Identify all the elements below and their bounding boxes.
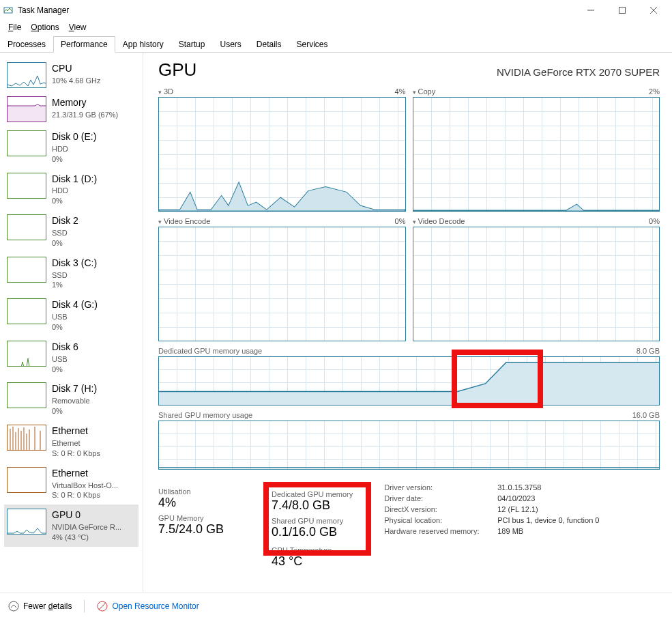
menu-file[interactable]: File <box>4 21 25 33</box>
sidebar-item-disk2[interactable]: Disk 2SSD0% <box>4 210 138 253</box>
sidebar-item-cpu[interactable]: CPU10% 4.68 GHz <box>4 58 138 92</box>
menubar: File Options View <box>0 20 672 34</box>
sidebar-item-gpu0[interactable]: GPU 0NVIDIA GeForce R...4% (43 °C) <box>4 504 138 547</box>
menu-options[interactable]: Options <box>27 21 63 33</box>
page-title: GPU <box>158 59 196 81</box>
sidebar: CPU10% 4.68 GHz Memory21.3/31.9 GB (67%)… <box>0 53 143 592</box>
svg-rect-2 <box>619 8 626 14</box>
sidebar-item-disk4[interactable]: Disk 4 (G:)USB0% <box>4 294 138 337</box>
main: GPU NVIDIA GeForce RTX 2070 SUPER 3D4% C… <box>143 53 672 592</box>
chart-video-decode-area <box>413 227 660 341</box>
sidebar-item-disk7[interactable]: Disk 7 (H:)Removable0% <box>4 378 138 421</box>
chart-3d-area <box>158 97 406 212</box>
details-grid: Driver version:31.0.15.3758 Driver date:… <box>384 483 609 535</box>
chevron-up-circle-icon <box>8 601 19 612</box>
main-header: GPU NVIDIA GeForce RTX 2070 SUPER <box>158 59 660 81</box>
titlebar: Task Manager <box>0 0 672 20</box>
tabbar: Processes Performance App history Startu… <box>0 36 672 53</box>
tab-processes[interactable]: Processes <box>0 36 53 52</box>
svg-line-19 <box>99 603 106 610</box>
chart-copy-area <box>413 97 660 212</box>
tab-services[interactable]: Services <box>289 36 336 52</box>
chart-shared-memory <box>158 421 660 470</box>
window-title: Task Manager <box>18 5 69 15</box>
gpu-device-name: NVIDIA GeForce RTX 2070 SUPER <box>497 66 660 78</box>
minimize-button[interactable] <box>575 0 607 20</box>
chart-3d[interactable]: 3D4% <box>158 87 406 212</box>
chart-copy[interactable]: Copy2% <box>413 87 660 212</box>
sidebar-item-disk3[interactable]: Disk 3 (C:)SSD1% <box>4 253 138 295</box>
tab-performance[interactable]: Performance <box>53 36 115 53</box>
sidebar-item-ethernet0[interactable]: EthernetEthernetS: 0 R: 0 Kbps <box>4 421 138 463</box>
sidebar-item-disk1[interactable]: Disk 1 (D:)HDD0% <box>4 169 138 211</box>
tab-startup[interactable]: Startup <box>171 36 213 52</box>
content: CPU10% 4.68 GHz Memory21.3/31.9 GB (67%)… <box>0 53 672 592</box>
tab-details[interactable]: Details <box>249 36 289 52</box>
sidebar-item-ethernet1[interactable]: EthernetVirtualBox Host-O...S: 0 R: 0 Kb… <box>4 463 138 505</box>
maximize-button[interactable] <box>607 0 638 20</box>
sidebar-item-disk6[interactable]: Disk 6USB0% <box>4 337 138 379</box>
fewer-details-button[interactable]: Fewer details <box>8 601 72 612</box>
svg-rect-5 <box>8 106 46 122</box>
chart-video-decode[interactable]: Video Decode0% <box>413 217 660 341</box>
close-button[interactable] <box>638 0 669 20</box>
resource-monitor-icon <box>97 601 108 612</box>
app-icon <box>3 5 14 16</box>
chart-video-encode[interactable]: Video Encode0% <box>158 217 406 341</box>
chart-dedicated-memory <box>158 356 660 406</box>
sidebar-item-disk0[interactable]: Disk 0 (E:)HDD0% <box>4 126 138 169</box>
open-resource-monitor-link[interactable]: Open Resource Monitor <box>97 601 199 612</box>
tab-users[interactable]: Users <box>212 36 248 52</box>
sidebar-item-memory[interactable]: Memory21.3/31.9 GB (67%) <box>4 92 138 126</box>
stats-row: Utilisation 4% GPU Memory 7.5/24.0 GB De… <box>158 483 660 571</box>
svg-point-17 <box>9 601 18 611</box>
menu-view[interactable]: View <box>65 21 91 33</box>
tab-app-history[interactable]: App history <box>115 36 171 52</box>
chart-video-encode-area <box>158 227 406 341</box>
footer: Fewer details Open Resource Monitor <box>0 592 672 619</box>
